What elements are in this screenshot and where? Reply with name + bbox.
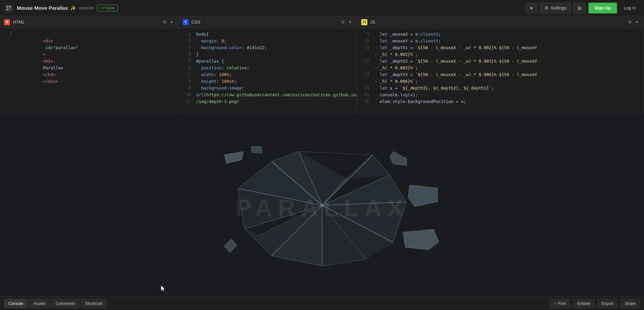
username: oscicen xyxy=(79,5,94,10)
heart-icon: ♥ xyxy=(530,5,533,11)
shortcuts-button[interactable]: Shortcuts xyxy=(81,299,107,308)
signup-button[interactable]: Sign Up xyxy=(588,3,617,13)
css-expand-icon[interactable]: ▾ xyxy=(348,19,353,25)
svg-rect-2 xyxy=(6,8,8,10)
settings-label: Settings xyxy=(551,5,566,10)
html-editor-header: H HTML ⚙ ▾ xyxy=(0,16,178,28)
svg-rect-3 xyxy=(9,8,11,10)
follow-button[interactable]: + Follow xyxy=(97,5,118,11)
html-label: HTML xyxy=(13,20,158,25)
js-settings-icon[interactable]: ⚙ xyxy=(626,19,633,25)
bottom-right-actions: ⑂ Fork Embed Export Share xyxy=(550,299,640,308)
css-editor: C CSS ⚙ ▾ 1body{ 2 margin: 0; 3 backgrou… xyxy=(179,16,357,113)
app-title: Mouse Move Parallax xyxy=(17,5,68,11)
html-badge: H xyxy=(4,19,10,25)
html-code-area[interactable]: 1 <div id="parallax" > <h1> Parallax </h… xyxy=(0,28,178,113)
svg-marker-37 xyxy=(223,147,246,166)
css-badge: C xyxy=(183,19,189,25)
comments-button[interactable]: Comments xyxy=(51,299,80,308)
css-code-area[interactable]: 1body{ 2 margin: 0; 3 background-color: … xyxy=(179,28,357,113)
settings-button[interactable]: ⚙ Settings xyxy=(540,3,571,13)
svg-line-18 xyxy=(299,151,373,155)
html-editor: H HTML ⚙ ▾ 1 <div id="parallax" > <h1> P… xyxy=(0,16,179,113)
fork-button[interactable]: ⑂ Fork xyxy=(550,299,570,308)
svg-rect-0 xyxy=(6,6,8,8)
assets-button[interactable]: Assets xyxy=(29,299,50,308)
sparkle-icon: ✨ xyxy=(70,5,76,11)
svg-marker-42 xyxy=(401,224,440,255)
js-editor-header: JS JS ⚙ ▾ xyxy=(357,16,644,28)
embed-button[interactable]: Embed xyxy=(573,299,594,308)
fork-label: Fork xyxy=(558,301,566,306)
svg-rect-1 xyxy=(9,6,11,8)
heart-button[interactable]: ♥ xyxy=(525,3,538,13)
svg-marker-41 xyxy=(223,238,238,253)
grid-button[interactable]: ⊞ xyxy=(574,3,586,13)
svg-marker-39 xyxy=(388,151,409,167)
fork-icon: ⑂ xyxy=(554,301,556,306)
grid-icon: ⊞ xyxy=(578,5,582,11)
code-line: 1 <div id="parallax" > <h1> Parallax </h… xyxy=(0,31,178,92)
css-label: CSS xyxy=(191,20,337,25)
js-label: JS xyxy=(370,20,624,25)
js-expand-icon[interactable]: ▾ xyxy=(635,19,640,25)
topbar-actions: ♥ ⚙ Settings ⊞ Sign Up Log In xyxy=(525,3,640,13)
bottom-bar: Console Assets Comments Shortcuts ⑂ Fork… xyxy=(0,297,644,310)
editors-row: H HTML ⚙ ▾ 1 <div id="parallax" > <h1> P… xyxy=(0,16,644,114)
share-button[interactable]: Share xyxy=(620,299,640,308)
html-expand-icon[interactable]: ▾ xyxy=(169,19,174,25)
css-editor-header: C CSS ⚙ ▾ xyxy=(179,16,357,28)
app-logo xyxy=(4,3,13,13)
login-button[interactable]: Log In xyxy=(620,3,640,13)
html-settings-icon[interactable]: ⚙ xyxy=(161,19,168,25)
js-badge: JS xyxy=(361,19,367,25)
css-settings-icon[interactable]: ⚙ xyxy=(340,19,346,25)
svg-marker-38 xyxy=(250,145,263,154)
svg-marker-40 xyxy=(406,181,439,207)
glass-shards-svg xyxy=(204,135,440,276)
preview-area: PARALLAX xyxy=(0,114,644,297)
export-button[interactable]: Export xyxy=(597,299,618,308)
topbar: Mouse Move Parallax ✨ oscicen + Follow ♥… xyxy=(0,0,644,16)
bottom-left-actions: Console Assets Comments Shortcuts xyxy=(4,299,107,308)
console-button[interactable]: Console xyxy=(4,299,28,308)
js-editor: JS JS ⚙ ▾ 9 let _mouseX = e.clientX; 10 … xyxy=(357,16,644,113)
js-code-area[interactable]: 9 let _mouseX = e.clientX; 10 let _mouse… xyxy=(357,28,644,113)
gear-icon: ⚙ xyxy=(545,5,549,10)
